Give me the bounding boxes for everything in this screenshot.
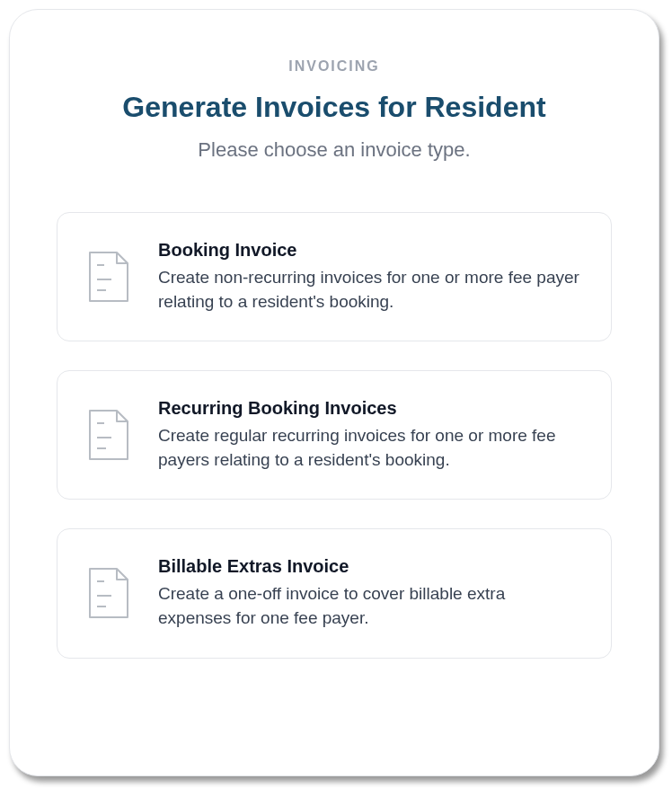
option-text: Booking Invoice Create non-recurring inv… <box>158 240 582 314</box>
eyebrow-label: INVOICING <box>57 58 612 75</box>
document-icon <box>86 407 131 463</box>
invoice-options: Booking Invoice Create non-recurring inv… <box>57 212 612 659</box>
option-title: Recurring Booking Invoices <box>158 398 582 419</box>
option-text: Recurring Booking Invoices Create regula… <box>158 398 582 472</box>
option-description: Create a one-off invoice to cover billab… <box>158 582 582 630</box>
page-title: Generate Invoices for Resident <box>57 91 612 124</box>
option-description: Create regular recurring invoices for on… <box>158 424 582 472</box>
option-text: Billable Extras Invoice Create a one-off… <box>158 556 582 630</box>
option-title: Booking Invoice <box>158 240 582 261</box>
option-title: Billable Extras Invoice <box>158 556 582 577</box>
option-description: Create non-recurring invoices for one or… <box>158 266 582 314</box>
option-booking-invoice[interactable]: Booking Invoice Create non-recurring inv… <box>57 212 612 341</box>
document-icon <box>86 249 131 305</box>
option-recurring-booking-invoices[interactable]: Recurring Booking Invoices Create regula… <box>57 370 612 500</box>
document-icon <box>86 565 131 621</box>
invoice-type-card: INVOICING Generate Invoices for Resident… <box>9 9 659 776</box>
page-subtitle: Please choose an invoice type. <box>57 138 612 162</box>
option-billable-extras-invoice[interactable]: Billable Extras Invoice Create a one-off… <box>57 528 612 658</box>
